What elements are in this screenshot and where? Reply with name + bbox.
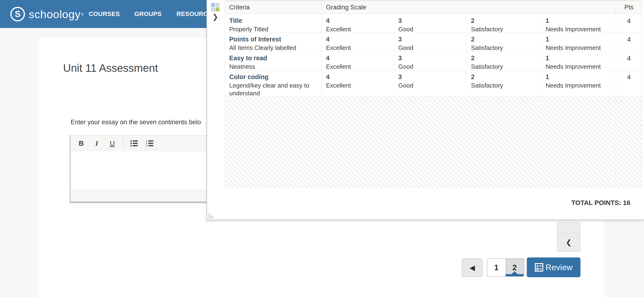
level-score: 1 (546, 72, 616, 82)
grade-level-cell: 4Excellent (322, 32, 394, 51)
level-score: 3 (398, 35, 466, 44)
level-label: Satisfactory (471, 82, 541, 90)
grade-level-cell: 1Needs Improvement (541, 51, 616, 70)
level-label: Satisfactory (471, 26, 541, 32)
grade-level-cell: 4Excellent (322, 70, 394, 96)
criterion-title: Easy to read (229, 54, 322, 63)
level-label: Excellent (326, 63, 394, 70)
level-score: 1 (546, 35, 616, 44)
criterion-title: Title (229, 16, 322, 26)
grade-level-cell: 2Satisfactory (466, 51, 541, 70)
level-label: Good (398, 63, 466, 70)
level-label: Needs Improvement (546, 26, 616, 32)
nav-item-groups[interactable]: GROUPS (134, 0, 162, 28)
page-2-label: 2 (512, 263, 517, 272)
review-button[interactable]: Review (527, 258, 580, 277)
grade-level-cell: 4Excellent (322, 14, 394, 32)
total-points-label: TOTAL POINTS: 16 (572, 199, 630, 207)
rubric-row: Color codingLegend/key clear and easy to… (225, 70, 642, 96)
registered-mark: ® (81, 12, 84, 16)
expand-right-icon[interactable]: ❯ (212, 13, 218, 21)
grade-level-cell: 1Needs Improvement (541, 14, 616, 32)
schoology-s-icon: S (10, 7, 25, 22)
level-score: 4 (326, 54, 394, 63)
level-label: Excellent (326, 44, 394, 51)
grade-level-cell: 3Good (394, 51, 466, 70)
criterion-cell: Easy to readNeatness (225, 51, 322, 70)
page-switcher: 1 2 (487, 258, 524, 277)
criterion-pts: 4 (616, 32, 642, 51)
essay-prompt-text: Enter your essay on the seven continents… (70, 118, 201, 126)
brand-wordmark: schoology (29, 8, 81, 21)
level-label: Needs Improvement (546, 44, 616, 51)
level-label: Good (398, 44, 466, 51)
rubric-review-icon (535, 263, 543, 272)
toolbar-divider (123, 138, 123, 148)
level-score: 1 (546, 16, 616, 26)
collapse-widget-handle[interactable] (557, 222, 580, 233)
level-score: 4 (326, 72, 394, 82)
rubric-row: TitleProperly Titled4Excellent3Good2Sati… (225, 14, 642, 32)
level-score: 2 (471, 72, 541, 82)
rubric-empty-hatch-area (225, 96, 642, 188)
level-score: 4 (326, 35, 394, 44)
bold-button[interactable]: B (74, 138, 88, 149)
rubric-grid-icon (211, 3, 220, 12)
criterion-pts: 4 (616, 14, 642, 32)
criterion-title: Color coding (229, 72, 322, 82)
svg-text:2: 2 (146, 142, 147, 144)
level-label: Excellent (326, 26, 394, 32)
criterion-description: Properly Titled (229, 26, 322, 32)
pts-column-divider (616, 96, 616, 188)
level-label: Satisfactory (471, 63, 541, 70)
level-label: Needs Improvement (546, 82, 616, 90)
rubric-rows: TitleProperly Titled4Excellent3Good2Sati… (225, 14, 642, 96)
page-1-button[interactable]: 1 (487, 259, 506, 276)
grade-level-cell: 3Good (394, 70, 466, 96)
column-header-pts: Pts (616, 1, 642, 14)
schoology-logo[interactable]: S schoology ® (10, 6, 84, 22)
collapse-widget: ❮ (557, 222, 580, 252)
criterion-cell: TitleProperly Titled (225, 14, 322, 32)
column-header-criteria: Criteria (225, 1, 322, 14)
svg-text:1: 1 (146, 140, 147, 142)
grade-level-cell: 1Needs Improvement (541, 32, 616, 51)
rubric-header-row: Criteria Grading Scale Pts (225, 1, 642, 14)
grade-level-cell: 2Satisfactory (466, 14, 541, 32)
criterion-cell: Points of InterestAll Items Clearly labe… (225, 32, 322, 51)
grade-level-cell: 1Needs Improvement (541, 70, 616, 96)
page-2-button[interactable]: 2 (506, 259, 524, 276)
nav-item-courses[interactable]: COURSES (89, 0, 120, 28)
underline-button[interactable]: U (106, 138, 119, 149)
grade-level-cell: 2Satisfactory (466, 70, 541, 96)
level-score: 1 (546, 54, 616, 63)
rubric-row: Points of InterestAll Items Clearly labe… (225, 32, 642, 51)
rubric-panel: ❯ Criteria Grading Scale Pts TitleProper… (206, 0, 644, 221)
criterion-description: Neatness (229, 63, 322, 70)
level-label: Satisfactory (471, 44, 541, 51)
criterion-cell: Color codingLegend/key clear and easy to… (225, 70, 322, 96)
bullet-list-icon[interactable] (128, 138, 141, 149)
svg-text:3: 3 (146, 144, 147, 147)
grade-level-cell: 4Excellent (322, 51, 394, 70)
current-page-pointer (512, 271, 518, 274)
level-score: 4 (326, 16, 394, 26)
column-header-grading-scale: Grading Scale (322, 1, 616, 14)
italic-button[interactable]: I (90, 138, 103, 149)
level-score: 2 (471, 16, 541, 26)
criterion-title: Points of Interest (229, 35, 322, 44)
rubric-table: Criteria Grading Scale Pts TitleProperly… (225, 0, 642, 188)
grade-level-cell: 3Good (394, 14, 466, 32)
grade-level-cell: 2Satisfactory (466, 32, 541, 51)
criterion-pts: 4 (616, 70, 642, 96)
level-label: Good (398, 82, 466, 90)
level-label: Good (398, 26, 466, 32)
previous-page-button[interactable]: ◀ (462, 258, 482, 277)
numbered-list-icon[interactable]: 1 2 3 (143, 138, 156, 149)
criterion-pts: 4 (616, 51, 642, 70)
criterion-description: Legend/key clear and easy to understand (229, 82, 322, 96)
grade-level-cell: 3Good (394, 32, 466, 51)
resize-grip-icon[interactable] (208, 212, 215, 220)
collapse-left-icon[interactable]: ❮ (557, 233, 580, 252)
rubric-row: Easy to readNeatness4Excellent3Good2Sati… (225, 51, 642, 70)
